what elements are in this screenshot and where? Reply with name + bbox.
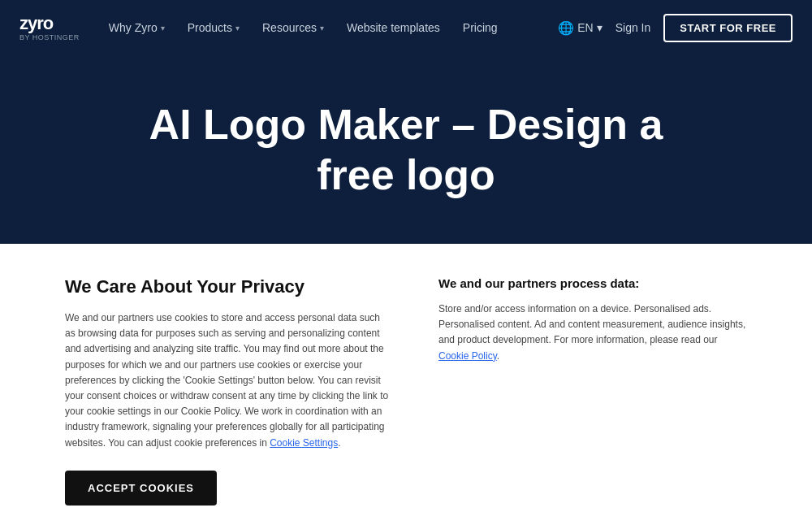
start-for-free-button[interactable]: START FOR FREE bbox=[663, 14, 793, 42]
nav-items: Why Zyro ▾ Products ▾ Resources ▾ Websit… bbox=[99, 15, 551, 41]
privacy-title: We Care About Your Privacy bbox=[65, 276, 390, 297]
privacy-body: We and our partners use cookies to store… bbox=[65, 310, 390, 451]
chevron-down-icon: ▾ bbox=[320, 24, 324, 33]
chevron-down-icon: ▾ bbox=[161, 24, 165, 33]
nav-item-pricing[interactable]: Pricing bbox=[453, 15, 508, 41]
nav-item-products[interactable]: Products ▾ bbox=[178, 15, 249, 41]
cookie-policy-link[interactable]: Cookie Policy bbox=[438, 350, 497, 362]
logo-sub: BY HOSTINGER bbox=[19, 34, 80, 41]
nav-right: 🌐 EN ▾ Sign In START FOR FREE bbox=[558, 14, 793, 42]
data-section-body: Store and/or access information on a dev… bbox=[438, 302, 747, 364]
chevron-down-icon: ▾ bbox=[597, 21, 603, 34]
logo-text: zyro bbox=[19, 15, 80, 33]
nav-item-why-zyro[interactable]: Why Zyro ▾ bbox=[99, 15, 175, 41]
navbar: zyro BY HOSTINGER Why Zyro ▾ Products ▾ … bbox=[0, 0, 812, 55]
privacy-panel: We Care About Your Privacy We and our pa… bbox=[65, 276, 390, 505]
main-content: We Care About Your Privacy We and our pa… bbox=[0, 244, 812, 512]
nav-item-resources[interactable]: Resources ▾ bbox=[253, 15, 334, 41]
sign-in-link[interactable]: Sign In bbox=[615, 21, 651, 34]
data-process-panel: We and our partners process data: Store … bbox=[438, 276, 747, 505]
logo[interactable]: zyro BY HOSTINGER bbox=[19, 15, 80, 41]
accept-cookies-button[interactable]: ACCEPT COOKIES bbox=[65, 471, 217, 505]
hero-section: AI Logo Maker – Design a free logo bbox=[0, 55, 812, 244]
globe-icon: 🌐 bbox=[558, 20, 574, 36]
cookie-settings-link[interactable]: Cookie Settings bbox=[270, 437, 338, 449]
hero-title: AI Logo Maker – Design a free logo bbox=[122, 99, 690, 201]
language-selector[interactable]: 🌐 EN ▾ bbox=[558, 20, 602, 36]
chevron-down-icon: ▾ bbox=[235, 24, 240, 33]
nav-item-website-templates[interactable]: Website templates bbox=[337, 15, 450, 41]
data-section-title: We and our partners process data: bbox=[438, 276, 747, 290]
